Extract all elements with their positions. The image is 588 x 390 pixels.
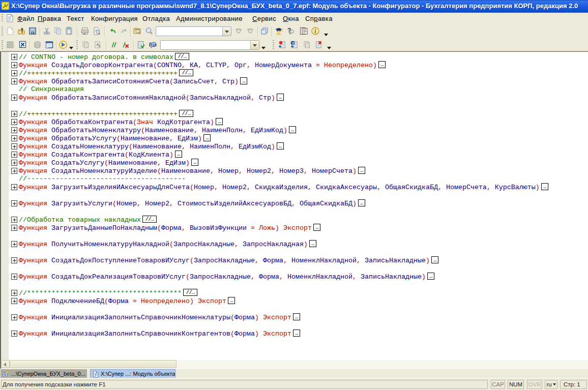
svg-text:10: 10	[153, 43, 157, 47]
svg-text:?: ?	[292, 41, 295, 46]
